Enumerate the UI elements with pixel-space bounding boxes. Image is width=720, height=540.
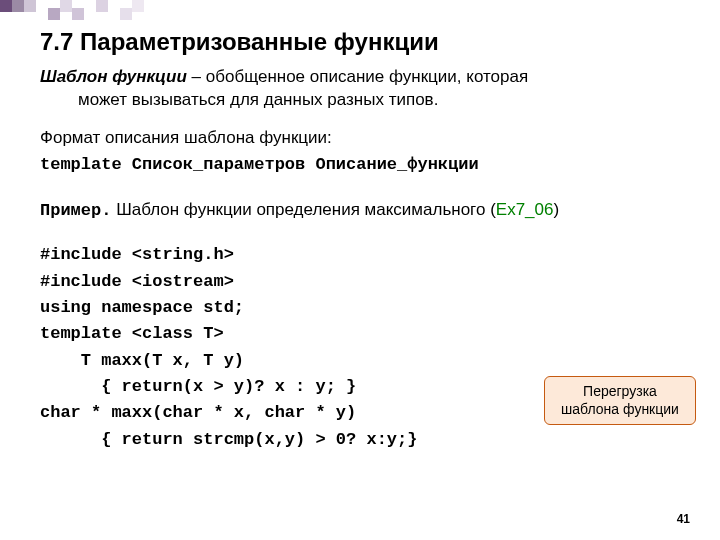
callout-box: Перегрузка шаблона функции (544, 376, 696, 425)
code-line-8: { return strcmp(x,y) > 0? x:y;} (40, 427, 680, 453)
code-line-4: template <class T> (40, 321, 680, 347)
code-line-2: #include <iostream> (40, 269, 680, 295)
header-decoration (0, 0, 200, 30)
callout-line1: Перегрузка (583, 383, 657, 399)
definition-dash: – (187, 67, 206, 86)
example-text: Шаблон функции определения максимального… (111, 200, 495, 219)
page-number: 41 (677, 512, 690, 526)
definition-paragraph: Шаблон функции – обобщенное описание фун… (40, 66, 680, 112)
example-ref: Ex7_06 (496, 200, 554, 219)
code-line-3: using namespace std; (40, 295, 680, 321)
example-label: Пример. (40, 201, 111, 220)
format-code: template Список_параметров Описание_функ… (40, 152, 680, 178)
example-close: ) (553, 200, 559, 219)
code-line-1: #include <string.h> (40, 242, 680, 268)
section-heading: 7.7 Параметризованные функции (40, 28, 680, 56)
callout-line2: шаблона функции (561, 401, 679, 417)
code-line-5: T maxx(T x, T y) (40, 348, 680, 374)
format-label: Формат описания шаблона функции: (40, 128, 680, 148)
definition-line1: обобщенное описание функции, которая (206, 67, 528, 86)
example-line: Пример. Шаблон функции определения макси… (40, 200, 680, 220)
definition-term: Шаблон функции (40, 67, 187, 86)
definition-line2: может вызываться для данных разных типов… (40, 89, 680, 112)
